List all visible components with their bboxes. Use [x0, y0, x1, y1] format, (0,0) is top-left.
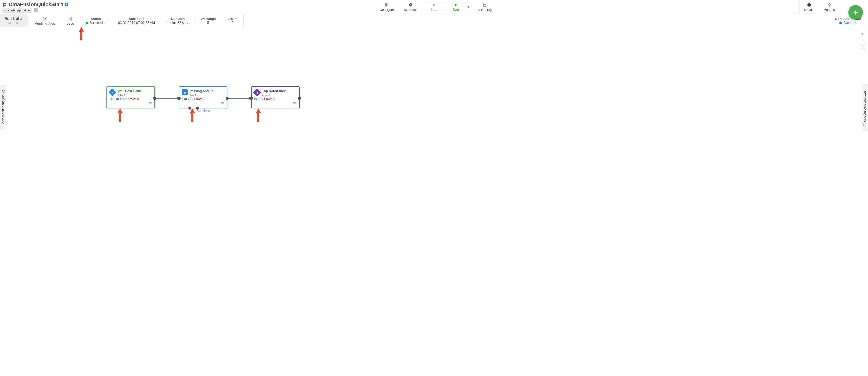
compute-profile-value: Dataproc: [844, 21, 858, 25]
port-in[interactable]: [178, 97, 181, 100]
pipeline-title[interactable]: DataFusionQuickStart: [9, 2, 63, 7]
compute-profile-link[interactable]: Dataproc: [839, 21, 858, 25]
port-out[interactable]: [153, 97, 156, 100]
compute-profile-segment: Compute profile Dataproc: [828, 15, 868, 27]
runtime-args-label: Runtime Args: [35, 22, 55, 25]
wrangler-icon: ▦: [182, 89, 188, 95]
node-title: Top Rated Inex…: [262, 89, 297, 93]
run-nav: ◀ ▶: [8, 21, 19, 25]
next-run-button[interactable]: ▶: [16, 21, 19, 25]
inbound-triggers-label: Show inbound triggers (0): [1, 90, 5, 125]
node-err-stat: Errors 0: [128, 97, 139, 101]
status-text: Succeeded: [90, 21, 106, 25]
bigquery-icon: ◎: [253, 88, 261, 96]
warnings-segment: Warnings 5: [195, 15, 222, 27]
node-menu-button[interactable]: ☰: [252, 102, 299, 108]
errors-value: 0: [231, 21, 233, 25]
start-time-value: 03-02-2019 07:01:23 AM: [118, 21, 155, 25]
runtime-args-button[interactable]: M Runtime Args: [27, 15, 61, 27]
configure-button[interactable]: Configure: [375, 0, 399, 14]
sliders-icon: [385, 3, 389, 7]
run-count-label: Run 1 of 1: [5, 17, 22, 21]
app-header: DataFusionQuickStart i cdap-data-pipelin…: [0, 0, 868, 15]
actions-button[interactable]: Actions: [819, 0, 840, 14]
warnings-label: Warnings: [201, 17, 216, 21]
gear-icon: [828, 3, 832, 7]
info-icon[interactable]: i: [65, 3, 68, 6]
node-in-stat: In 22: [254, 97, 261, 101]
schedule-label: Schedule: [404, 8, 418, 12]
configure-label: Configure: [379, 8, 394, 12]
node-stats: Out 10,195 / Errors 0: [107, 97, 154, 102]
logs-label: Logs: [67, 22, 74, 25]
m-icon: M: [43, 16, 47, 22]
add-tag-button[interactable]: +: [34, 8, 38, 12]
port-out[interactable]: [225, 97, 228, 100]
logs-button[interactable]: Logs: [61, 15, 80, 27]
node-err-stat: Errors 0: [264, 97, 275, 101]
actions-label: Actions: [824, 8, 835, 12]
node-title: Parsing and Tr…: [190, 89, 224, 93]
run-label: Run: [453, 7, 459, 11]
edge-1: [154, 96, 180, 101]
callout-arrow: [118, 108, 123, 122]
node-header: ▦ Parsing and Tr… 3.2.3: [179, 87, 227, 97]
svg-point-3: [385, 4, 386, 4]
file-icon: [68, 16, 72, 22]
node-out-stat: Out 22: [182, 97, 191, 101]
node-version: 0.11.3: [262, 93, 297, 96]
svg-line-17: [828, 4, 829, 4]
svg-rect-10: [809, 5, 810, 6]
stop-group: Stop: [424, 2, 444, 12]
prev-run-button[interactable]: ◀: [8, 21, 10, 25]
svg-point-11: [809, 4, 809, 4]
errors-segment: Errors 0: [222, 15, 244, 27]
chart-icon: [483, 3, 487, 7]
inbound-triggers-tab[interactable]: Show inbound triggers (0): [0, 85, 6, 130]
details-button[interactable]: Details: [799, 0, 819, 14]
run-dropdown[interactable]: ▾: [466, 2, 471, 12]
node-err-stat: Errors 0: [194, 97, 205, 101]
summary-button[interactable]: Summary: [473, 0, 497, 14]
stop-icon: [432, 3, 436, 7]
port-in[interactable]: [250, 97, 253, 100]
schedule-button[interactable]: Schedule: [399, 0, 423, 14]
node-sink[interactable]: ◎ Top Rated Inex… 0.11.3 In 22 / Errors …: [251, 86, 300, 108]
node-version: 3.2.3: [190, 93, 224, 96]
pipeline-canvas[interactable]: + − Show inbound triggers (0) Show outbo…: [0, 27, 868, 188]
node-menu-button[interactable]: ☰: [107, 102, 154, 108]
svg-marker-8: [455, 3, 457, 6]
warnings-value: 5: [208, 21, 209, 25]
zoom-in-button[interactable]: +: [859, 30, 866, 37]
stop-label: Stop: [430, 7, 437, 11]
start-time-segment: Start time 03-02-2019 07:01:23 AM: [113, 15, 161, 27]
add-node-fab[interactable]: +: [848, 5, 863, 20]
edge-2: [227, 96, 253, 101]
port-out[interactable]: [298, 97, 301, 100]
studio-icon: [2, 2, 7, 7]
svg-point-12: [829, 4, 830, 6]
callout-arrow: [256, 108, 261, 122]
fit-screen-button[interactable]: [859, 45, 866, 52]
stop-button[interactable]: Stop: [424, 2, 444, 12]
svg-point-4: [386, 5, 387, 6]
node-menu-button[interactable]: ☰: [179, 102, 227, 108]
duration-value: 4 mins 37 secs: [167, 21, 189, 25]
summary-label: Summary: [478, 8, 492, 12]
zoom-controls: + −: [859, 30, 866, 52]
node-stats: In 22 / Errors 0: [252, 97, 299, 102]
node-out-stat: Out 10,195: [110, 97, 125, 101]
node-source[interactable]: ≡ NYT Best Selle… 0.11.3 Out 10,195 / Er…: [106, 86, 155, 108]
chip-row: cdap-data-pipeline +: [2, 8, 70, 13]
status-label: Status: [91, 17, 101, 21]
node-transform[interactable]: ▦ Parsing and Tr… 3.2.3 Out 22 / Errors …: [179, 86, 227, 108]
zoom-out-button[interactable]: −: [859, 37, 866, 45]
duration-segment: Duration 4 mins 37 secs: [161, 15, 195, 27]
node-stats: Out 22 / Errors 0: [179, 97, 227, 102]
run-button[interactable]: Run: [446, 2, 466, 12]
outbound-triggers-label: Show outbound triggers (0): [863, 89, 867, 126]
run-info-bar: Run 1 of 1 ◀ ▶ M Runtime Args Logs Statu…: [0, 15, 868, 27]
duration-label: Duration: [171, 17, 185, 21]
outbound-triggers-tab[interactable]: Show outbound triggers (0): [862, 84, 868, 131]
node-header: ◎ Top Rated Inex… 0.11.3: [252, 87, 299, 97]
